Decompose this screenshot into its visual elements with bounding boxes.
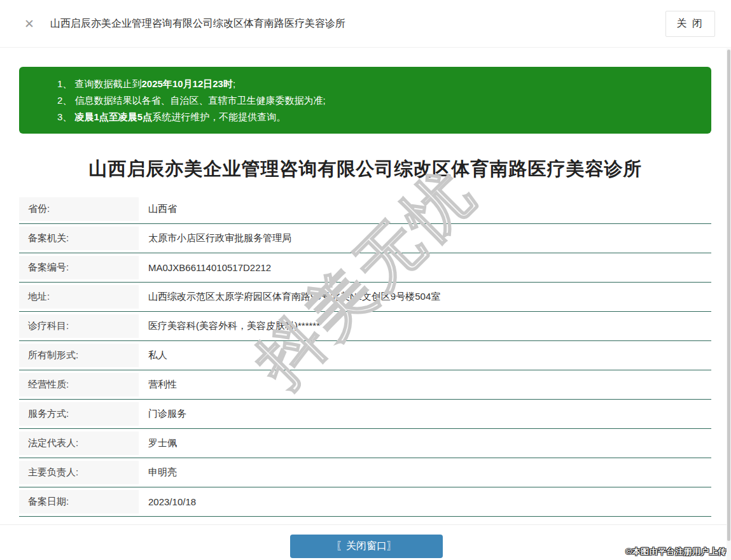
notice-text-bold: 2025年10月12日23时 bbox=[142, 78, 233, 89]
notice-text: 1、 查询数据截止到 bbox=[57, 78, 142, 89]
table-row: 备案日期: 2023/10/18 bbox=[19, 487, 711, 517]
row-label: 诊疗科目: bbox=[19, 314, 139, 338]
row-value: 太原市小店区行政审批服务管理局 bbox=[139, 227, 711, 250]
row-label: 所有制形式: bbox=[19, 344, 139, 367]
table-row: 备案机关: 太原市小店区行政审批服务管理局 bbox=[19, 224, 711, 253]
row-label: 法定代表人: bbox=[19, 431, 139, 455]
row-value: 营利性 bbox=[139, 373, 711, 396]
notice-text: ; bbox=[233, 78, 235, 89]
row-label: 备案编号: bbox=[19, 256, 139, 279]
row-label: 备案日期: bbox=[19, 490, 139, 514]
notice-line: 3、 凌晨1点至凌晨5点系统进行维护，不能提供查询。 bbox=[57, 109, 699, 125]
close-x-icon[interactable]: ✕ bbox=[24, 18, 34, 30]
table-row: 法定代表人: 罗士佩 bbox=[19, 429, 711, 458]
detail-table: 省份: 山西省 备案机关: 太原市小店区行政审批服务管理局 备案编号: MA0J… bbox=[19, 195, 711, 517]
scrollbar-thumb[interactable] bbox=[727, 50, 730, 541]
table-row: 地址: 山西综改示范区太原学府园区体育南路95号北美N1文创区9号楼504室 bbox=[19, 283, 711, 312]
notice-line: 2、 信息数据结果以各省、自治区、直辖市卫生健康委数据为准; bbox=[57, 92, 699, 109]
panel-divider bbox=[0, 524, 731, 525]
close-button[interactable]: 关 闭 bbox=[665, 11, 715, 37]
table-row: 诊疗科目: 医疗美容科(美容外科，美容皮肤科)****** bbox=[19, 312, 711, 341]
notice-text: 2、 信息数据结果以各省、自治区、直辖市卫生健康委数据为准; bbox=[57, 95, 326, 106]
dialog-window: ✕ 山西启辰亦美企业管理咨询有限公司综改区体育南路医疗美容诊所 关 闭 1、 查… bbox=[0, 0, 731, 560]
row-value: MA0JXB66114010517D2212 bbox=[139, 256, 711, 279]
dialog-title: 山西启辰亦美企业管理咨询有限公司综改区体育南路医疗美容诊所 bbox=[50, 17, 345, 31]
row-label: 经营性质: bbox=[19, 373, 139, 396]
dialog-title-bar: ✕ 山西启辰亦美企业管理咨询有限公司综改区体育南路医疗美容诊所 关 闭 bbox=[0, 0, 731, 48]
notice-text: 系统进行维护，不能提供查询。 bbox=[152, 111, 286, 122]
table-row: 所有制形式: 私人 bbox=[19, 341, 711, 370]
row-label: 备案机关: bbox=[19, 227, 139, 250]
table-row: 省份: 山西省 bbox=[19, 195, 711, 224]
page-title: 山西启辰亦美企业管理咨询有限公司综改区体育南路医疗美容诊所 bbox=[0, 157, 731, 182]
table-row: 主要负责人: 申明亮 bbox=[19, 458, 711, 487]
notice-banner: 1、 查询数据截止到2025年10月12日23时; 2、 信息数据结果以各省、自… bbox=[19, 67, 711, 134]
copyright-notice: ©本图由平台注册用户上传 bbox=[625, 546, 727, 557]
row-value: 门诊服务 bbox=[139, 402, 711, 426]
row-value: 医疗美容科(美容外科，美容皮肤科)****** bbox=[139, 314, 711, 338]
scrollbar-track[interactable] bbox=[727, 48, 731, 560]
table-row: 备案编号: MA0JXB66114010517D2212 bbox=[19, 253, 711, 283]
row-value: 山西省 bbox=[139, 197, 711, 221]
notice-text: 3、 bbox=[57, 111, 75, 122]
row-value: 山西综改示范区太原学府园区体育南路95号北美N1文创区9号楼504室 bbox=[139, 285, 711, 309]
row-value: 申明亮 bbox=[139, 461, 711, 484]
row-label: 主要负责人: bbox=[19, 461, 139, 484]
row-value: 私人 bbox=[139, 344, 711, 367]
row-label: 服务方式: bbox=[19, 402, 139, 426]
close-window-button[interactable]: 〖关闭窗口〗 bbox=[290, 535, 443, 558]
row-value: 2023/10/18 bbox=[139, 490, 711, 514]
notice-line: 1、 查询数据截止到2025年10月12日23时; bbox=[57, 76, 699, 92]
row-label: 地址: bbox=[19, 285, 139, 309]
row-value: 罗士佩 bbox=[139, 431, 711, 455]
row-label: 省份: bbox=[19, 197, 139, 221]
table-row: 经营性质: 营利性 bbox=[19, 370, 711, 400]
table-row: 服务方式: 门诊服务 bbox=[19, 400, 711, 429]
notice-text-bold: 凌晨1点至凌晨5点 bbox=[75, 111, 153, 122]
